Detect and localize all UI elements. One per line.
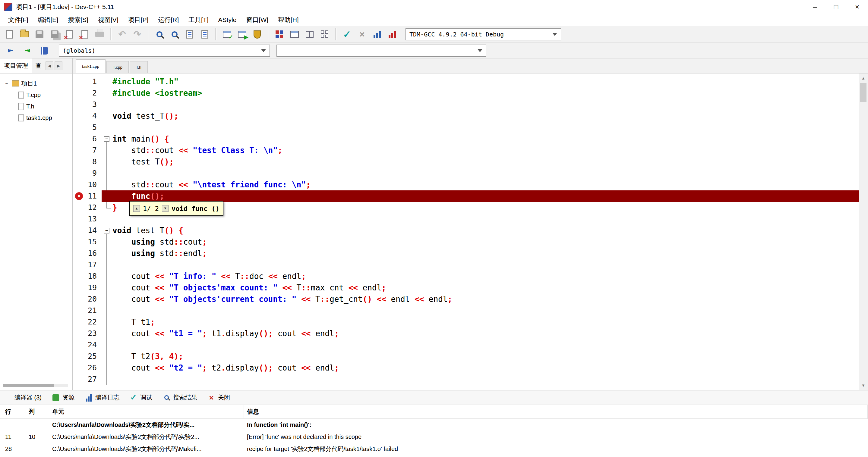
line-number[interactable]: 17 (73, 259, 102, 270)
line-number[interactable]: 10 (73, 179, 102, 190)
line-number[interactable]: 13 (73, 213, 102, 225)
tab-view[interactable]: 查 (32, 59, 45, 73)
menu-search[interactable]: 搜索[S] (63, 13, 93, 26)
code-line[interactable]: 26 cout << "t2 = "; t2.display(); cout <… (73, 362, 868, 373)
line-number[interactable]: 25 (73, 351, 102, 362)
scroll-down-icon[interactable]: ▼ (859, 381, 868, 390)
code-line[interactable]: 23 cout << "t1 = "; t1.display(); cout <… (73, 328, 868, 339)
new-source-button[interactable] (2, 27, 17, 41)
code-text[interactable]: using std::endl; (113, 248, 868, 259)
code-text[interactable]: std::cout << "\ntest friend func: \n"; (113, 179, 868, 190)
fold-margin[interactable]: − (102, 225, 113, 236)
editor-tab-th[interactable]: T.h (130, 61, 148, 73)
code-text[interactable]: cout << "T objects'max count: " << T::ma… (113, 282, 868, 293)
line-number[interactable]: 16 (73, 248, 102, 259)
split-view-button[interactable] (302, 27, 317, 41)
code-text[interactable]: func(); (113, 190, 868, 202)
replace-button[interactable] (167, 27, 182, 41)
line-number[interactable]: 3 (73, 99, 102, 110)
code-line[interactable]: 11× func(); (73, 190, 868, 202)
code-text[interactable]: cout << "T objects'current count: " << T… (113, 293, 868, 305)
save-all-button[interactable] (47, 27, 62, 41)
code-line[interactable]: 8 test_T(); (73, 156, 868, 167)
redo-button[interactable]: ↷ (130, 27, 145, 41)
undo-button[interactable]: ↶ (115, 27, 129, 41)
compile-button[interactable]: ✓ (220, 27, 234, 41)
fold-collapse-icon[interactable]: − (104, 136, 110, 142)
line-number[interactable]: 22 (73, 316, 102, 328)
line-number[interactable]: 6 (73, 133, 102, 144)
line-number[interactable]: 7 (73, 144, 102, 156)
tree-item[interactable]: T.cpp (19, 89, 72, 101)
code-line[interactable]: 9 (73, 167, 868, 179)
fold-margin[interactable]: − (102, 133, 113, 144)
line-number[interactable]: 9 (73, 167, 102, 179)
line-number[interactable]: 24 (73, 339, 102, 351)
line-number[interactable]: 26 (73, 362, 102, 373)
code-editor[interactable]: 1#include "T.h"2#include <iostream>34voi… (73, 73, 868, 390)
tree-item[interactable]: task1.cpp (19, 112, 72, 124)
abort-compilation-button[interactable]: × (355, 27, 369, 41)
tab-debug[interactable]: ✓ 调试 (130, 393, 152, 401)
class-browser-button[interactable] (37, 44, 52, 58)
line-number[interactable]: 14 (73, 225, 102, 236)
maximize-button[interactable]: □ (826, 0, 846, 13)
delete-profiling-button[interactable] (385, 27, 400, 41)
tile-windows-button[interactable] (317, 27, 332, 41)
code-line[interactable]: 3 (73, 99, 868, 110)
code-text[interactable]: #include <iostream> (113, 87, 868, 99)
tree-root[interactable]: − 项目1 (4, 78, 72, 89)
code-text[interactable] (113, 122, 868, 133)
line-number[interactable]: 21 (73, 305, 102, 316)
menu-file[interactable]: 文件[F] (3, 13, 33, 26)
code-text[interactable]: cout << "T info: " << T::doc << endl; (113, 270, 868, 282)
code-text[interactable]: void test_T() { (113, 225, 868, 236)
print-button[interactable] (93, 27, 107, 41)
member-select[interactable] (276, 44, 486, 57)
line-number[interactable]: 5 (73, 122, 102, 133)
tab-compile-log[interactable]: 编译日志 (85, 393, 119, 401)
scroll-up-icon[interactable]: ▲ (859, 73, 868, 83)
editor-tab-tcpp[interactable]: T.cpp (106, 61, 129, 73)
code-line[interactable]: 27 (73, 373, 868, 385)
calltip-prev-button[interactable]: ▲ (133, 205, 140, 212)
code-text[interactable]: using std::cout; (113, 236, 868, 248)
menu-run[interactable]: 运行[R] (153, 13, 184, 26)
line-number[interactable]: 8 (73, 156, 102, 167)
code-line[interactable]: 6−int main() { (73, 133, 868, 144)
scrollbar-thumb[interactable] (3, 384, 54, 387)
code-text[interactable]: std::cout << "test Class T: \n"; (113, 144, 868, 156)
find-button[interactable] (152, 27, 167, 41)
close-all-button[interactable]: × (78, 27, 92, 41)
code-text[interactable]: int main() { (113, 133, 868, 144)
goto-line-button[interactable] (182, 27, 197, 41)
editor-vertical-scrollbar[interactable]: ▲ ▼ (859, 73, 868, 390)
code-text[interactable] (113, 99, 868, 110)
line-number[interactable]: 4 (73, 110, 102, 122)
code-line[interactable]: 17 (73, 259, 868, 270)
tab-close-panel[interactable]: × 关闭 (208, 393, 230, 401)
new-project-button[interactable] (272, 27, 287, 41)
line-number[interactable]: 1 (73, 76, 102, 87)
scope-select[interactable]: (globals) (59, 44, 270, 57)
code-text[interactable] (113, 339, 868, 351)
profile-analysis-button[interactable] (370, 27, 384, 41)
code-line[interactable]: 7 std::cout << "test Class T: \n"; (73, 144, 868, 156)
line-number[interactable]: 15 (73, 236, 102, 248)
save-button[interactable] (32, 27, 47, 41)
scrollbar-thumb[interactable] (860, 83, 867, 102)
code-text[interactable]: #include "T.h" (113, 76, 868, 87)
line-number[interactable]: 18 (73, 270, 102, 282)
close-button[interactable]: × (846, 0, 868, 13)
code-line[interactable]: 16 using std::endl; (73, 248, 868, 259)
code-text[interactable]: T t1; (113, 316, 868, 328)
code-line[interactable]: 15 using std::cout; (73, 236, 868, 248)
code-line[interactable]: 4void test_T(); (73, 110, 868, 122)
tab-compiler[interactable]: 编译器 (3) (4, 393, 41, 401)
incremental-search-button[interactable] (197, 27, 212, 41)
tab-project-manager[interactable]: 项目管理 (0, 59, 32, 73)
menu-astyle[interactable]: AStyle (213, 13, 242, 26)
line-number[interactable]: 12 (73, 202, 102, 213)
code-text[interactable]: test_T(); (113, 156, 868, 167)
run-button[interactable]: ▶ (235, 27, 249, 41)
